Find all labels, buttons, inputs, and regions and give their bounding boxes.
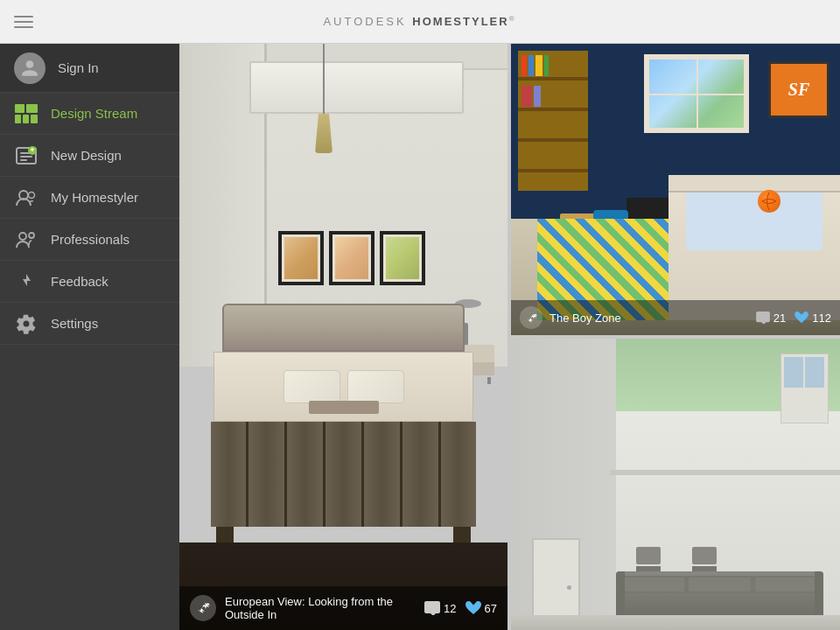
sidebar: Sign In Design Stream	[0, 44, 179, 630]
bz-like-count: 112	[812, 312, 831, 325]
bz-window	[644, 54, 749, 133]
ms-left-wall	[511, 339, 616, 630]
bed-base	[211, 422, 477, 527]
svg-rect-11	[32, 148, 33, 151]
panel-bottom-right[interactable]	[511, 339, 840, 630]
svg-rect-7	[20, 156, 32, 158]
svg-rect-3	[23, 115, 29, 123]
left-caption-stats: 12 67	[424, 601, 497, 615]
panel-left[interactable]: European View: Looking from the Outside …	[179, 44, 508, 630]
avatar	[14, 52, 46, 84]
modern-interior-image	[511, 339, 840, 630]
svg-rect-4	[31, 115, 38, 123]
ms-ledge	[610, 470, 840, 475]
like-count: 67	[485, 602, 497, 615]
bz-comment-count: 21	[774, 312, 786, 325]
sidebar-signin-button[interactable]: Sign In	[0, 44, 179, 93]
svg-rect-1	[26, 104, 38, 113]
ms-sofa	[616, 571, 823, 615]
panel-top-right[interactable]: SF	[511, 44, 840, 335]
professionals-icon	[14, 228, 38, 252]
sf-giants-sign: SF	[768, 61, 830, 118]
bz-likes: 112	[794, 312, 831, 325]
left-panel-caption: European View: Looking from the Outside …	[179, 586, 508, 630]
settings-icon	[14, 312, 38, 336]
bz-bed	[668, 175, 840, 321]
bz-comments: 21	[756, 312, 786, 325]
sidebar-item-label: Professionals	[51, 232, 130, 247]
bz-title: The Boy Zone	[550, 312, 749, 325]
like-stat: 67	[466, 601, 497, 615]
comment-count: 12	[444, 602, 456, 615]
bz-wand-icon[interactable]	[520, 306, 542, 329]
sidebar-item-label: Design Stream	[51, 106, 137, 121]
svg-rect-8	[20, 159, 27, 161]
svg-point-13	[29, 192, 35, 198]
bz-shelves	[518, 51, 588, 191]
sidebar-item-professionals[interactable]: Professionals	[0, 219, 179, 261]
bed	[196, 304, 492, 542]
hamburger-menu-button[interactable]	[14, 16, 33, 28]
app-title: AUTODESK HOMESTYLER®	[323, 15, 516, 28]
app-header: AUTODESK HOMESTYLER®	[0, 0, 840, 44]
comment-stat: 12	[424, 601, 456, 615]
sidebar-item-new-design[interactable]: New Design	[0, 135, 179, 177]
feedback-icon	[14, 270, 38, 294]
art-frame-2	[329, 231, 374, 285]
svg-point-14	[19, 233, 26, 240]
svg-rect-2	[15, 115, 21, 123]
pillow-right	[347, 370, 404, 403]
design-stream-icon	[14, 102, 38, 126]
sidebar-item-settings[interactable]: Settings	[0, 303, 179, 345]
sidebar-item-feedback[interactable]: Feedback	[0, 261, 179, 303]
sidebar-item-label: New Design	[51, 148, 122, 163]
art-frame-1	[278, 231, 324, 285]
bedroom-image	[179, 44, 508, 630]
art-frame-3	[380, 231, 425, 285]
svg-rect-0	[15, 104, 24, 113]
sidebar-item-label: Settings	[51, 316, 98, 331]
svg-point-15	[29, 233, 34, 238]
bed-headboard	[222, 304, 465, 352]
sidebar-item-label: My Homestyler	[51, 190, 138, 205]
wand-icon[interactable]	[190, 595, 216, 621]
panel-right: SF	[511, 44, 840, 630]
my-homestyler-icon	[14, 186, 38, 210]
main-content: European View: Looking from the Outside …	[179, 44, 840, 630]
bz-stats: 21 112	[756, 312, 831, 325]
left-caption-text: European View: Looking from the Outside …	[225, 595, 416, 621]
bed-tray	[309, 401, 379, 414]
sidebar-item-design-stream[interactable]: Design Stream	[0, 93, 179, 135]
boy-zone-image: SF	[511, 44, 840, 335]
sidebar-item-label: Feedback	[51, 274, 108, 289]
ceiling-detail	[249, 61, 464, 114]
bed-legs	[216, 527, 470, 542]
pendant-lamp	[315, 44, 332, 153]
new-design-icon	[14, 144, 38, 168]
ms-floor	[511, 615, 840, 630]
art-frames	[278, 231, 425, 285]
pillow-left	[284, 370, 340, 403]
boy-zone-caption: The Boy Zone 21 112	[511, 300, 840, 335]
bed-mattress	[214, 352, 473, 422]
bz-basketball	[758, 190, 780, 213]
sidebar-item-my-homestyler[interactable]: My Homestyler	[0, 177, 179, 219]
signin-label: Sign In	[58, 60, 99, 75]
